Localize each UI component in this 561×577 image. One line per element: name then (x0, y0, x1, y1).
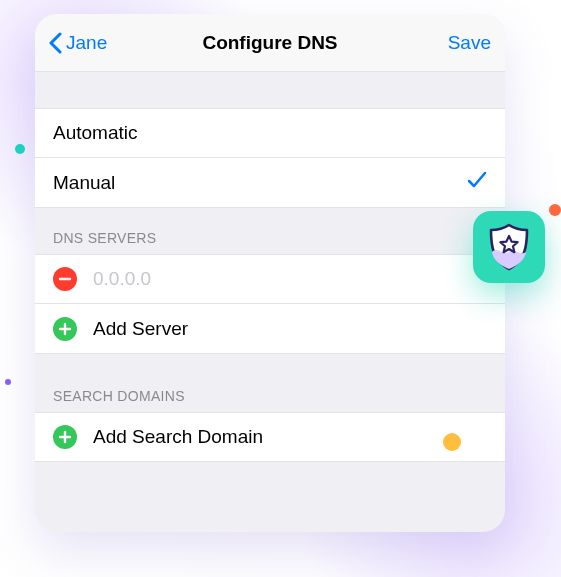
mode-option-label: Manual (53, 172, 115, 194)
back-label: Jane (66, 32, 107, 54)
dns-servers-header: DNS SERVERS (35, 208, 505, 254)
decorative-dot (549, 204, 561, 216)
shield-star-icon (486, 222, 532, 272)
check-icon (467, 171, 487, 194)
dns-server-input[interactable] (93, 268, 487, 290)
decorative-dot (5, 379, 11, 385)
mode-option-label: Automatic (53, 122, 137, 144)
spacer (35, 72, 505, 108)
settings-card: Jane Configure DNS Save Automatic Manual… (35, 14, 505, 532)
plus-icon (58, 430, 72, 444)
save-button[interactable]: Save (448, 32, 491, 54)
add-server-label: Add Server (93, 318, 188, 340)
chevron-left-icon (49, 32, 62, 54)
mode-option-manual[interactable]: Manual (35, 158, 505, 208)
add-search-domain-button[interactable] (53, 425, 77, 449)
decorative-dot (443, 433, 461, 451)
decorative-dot (15, 144, 25, 154)
search-domains-header: SEARCH DOMAINS (35, 366, 505, 412)
spacer (35, 354, 505, 366)
remove-server-button[interactable] (53, 267, 77, 291)
nav-bar: Jane Configure DNS Save (35, 14, 505, 72)
minus-icon (58, 272, 72, 286)
add-server-row[interactable]: Add Server (35, 304, 505, 354)
add-server-button[interactable] (53, 317, 77, 341)
back-button[interactable]: Jane (49, 32, 107, 54)
add-search-domain-row[interactable]: Add Search Domain (35, 412, 505, 462)
add-search-domain-label: Add Search Domain (93, 426, 263, 448)
mode-option-automatic[interactable]: Automatic (35, 108, 505, 158)
plus-icon (58, 322, 72, 336)
shield-app-icon (473, 211, 545, 283)
dns-server-row (35, 254, 505, 304)
